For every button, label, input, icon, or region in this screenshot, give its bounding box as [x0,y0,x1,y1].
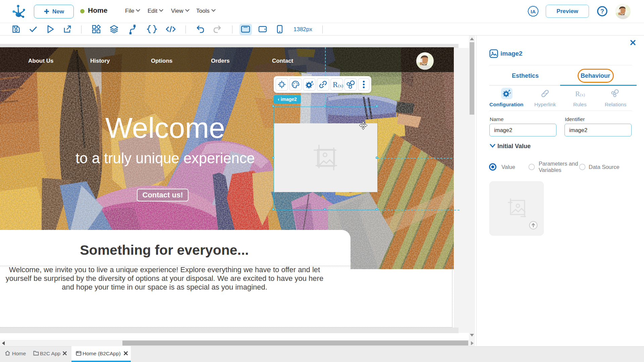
svg-text:IA: IA [531,9,536,14]
svg-text:R: R [333,80,338,89]
svg-text:?: ? [600,8,604,15]
svg-text:(x): (x) [338,83,343,88]
